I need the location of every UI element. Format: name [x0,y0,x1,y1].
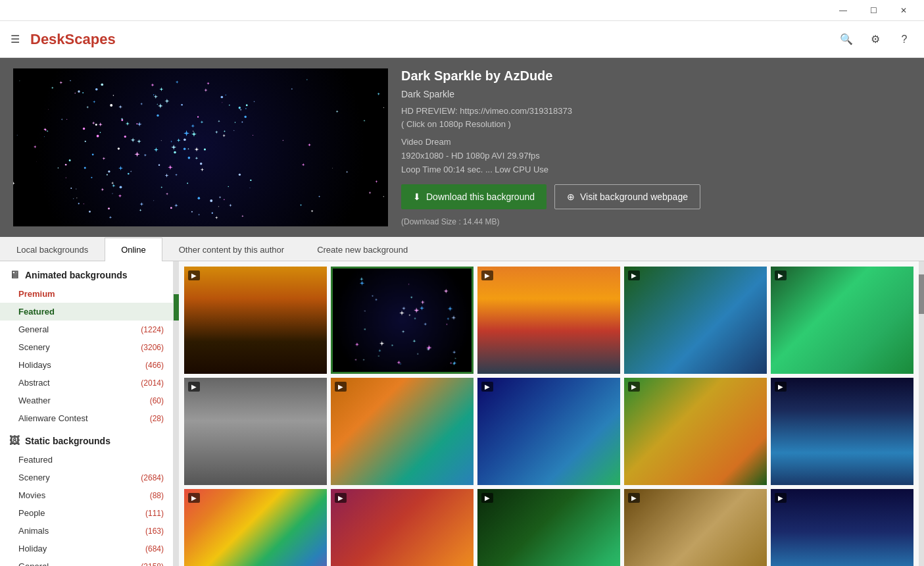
sidebar-count-scenery-static: (2684) [141,473,164,482]
tab-create[interactable]: Create new background [301,238,424,261]
sidebar-item-featured-anim[interactable]: Featured [0,303,173,321]
sidebar-item-holiday[interactable]: Holiday (684) [0,540,173,557]
preview-buttons: ⬇ Download this background ⊕ Visit backg… [401,184,700,209]
sidebar-scrollbar-thumb [174,294,179,321]
sidebar-count-people: (111) [145,509,164,518]
sidebar-item-scenery-anim[interactable]: Scenery (3206) [0,338,173,356]
gallery-item[interactable]: ▶ [771,489,913,566]
sidebar-count-animals: (163) [145,527,164,536]
sidebar-item-people[interactable]: People (111) [0,504,173,522]
gallery-scrollbar[interactable] [919,261,924,566]
download-icon: ⬇ [413,192,421,202]
gallery-item[interactable]: ▶ [477,267,620,374]
header-icons: 🔍 ⚙ ? [835,28,916,51]
visit-icon: ⊕ [567,192,575,202]
gallery-item[interactable]: ▶ [184,378,327,485]
titlebar: — ☐ ✕ [0,0,924,21]
sidebar-count-holiday: (684) [145,544,164,553]
download-size: (Download Size : 14.44 MB) [401,217,499,226]
sidebar-count-general-static: (3158) [141,562,164,566]
sidebar-item-holidays[interactable]: Holidays (466) [0,356,173,374]
help-button[interactable]: ? [892,28,916,51]
static-icon: 🖼 [9,435,20,447]
settings-button[interactable]: ⚙ [863,28,887,51]
sidebar-count-scenery-anim: (3206) [141,343,164,352]
content-area: 🖥 Animated backgrounds Premium Featured … [0,261,924,566]
app-title: DeskScapes [30,31,835,48]
gallery-item[interactable]: ▶ [771,378,913,485]
app-header: ☰ DeskScapes 🔍 ⚙ ? [0,21,924,58]
video-badge: ▶ [481,382,493,392]
video-badge: ▶ [188,493,200,503]
tab-author[interactable]: Other content by this author [162,238,301,261]
gallery-item[interactable]: ▶ [771,267,913,374]
video-badge: ▶ [481,270,493,280]
sidebar: 🖥 Animated backgrounds Premium Featured … [0,261,174,566]
gallery-item[interactable]: ▶ [477,489,620,566]
gallery-item[interactable]: ▶ [624,378,767,485]
gallery-item[interactable]: ▶ [184,489,327,566]
sidebar-item-movies[interactable]: Movies (88) [0,486,173,504]
video-badge: ▶ [188,270,200,280]
preview-image [13,68,388,226]
video-badge: ▶ [775,493,787,503]
sidebar-item-alienware[interactable]: Alienware Contest (28) [0,409,173,427]
tab-local[interactable]: Local backgrounds [0,238,105,261]
search-button[interactable]: 🔍 [835,28,858,51]
sidebar-static-header: 🖼 Static backgrounds [0,427,173,451]
sidebar-item-general[interactable]: General (1224) [0,321,173,338]
visit-button[interactable]: ⊕ Visit background webpage [554,184,700,209]
sidebar-item-animals[interactable]: Animals (163) [0,522,173,540]
gallery-item[interactable]: ▶ [624,489,767,566]
download-button[interactable]: ⬇ Download this background [401,184,547,209]
preview-description: HD PREVIEW: https://vimeo.com/319318373 … [401,105,911,130]
sidebar-count-abstract: (2014) [141,378,164,388]
animated-icon: 🖥 [9,269,20,281]
sidebar-item-featured-static[interactable]: Featured [0,451,173,469]
tabs-bar: Local backgrounds Online Other content b… [0,237,924,261]
gallery-item[interactable]: ▶ [477,378,620,485]
sidebar-animated-header: 🖥 Animated backgrounds [0,261,173,285]
gallery-item[interactable]: ▶ [331,378,474,485]
video-badge: ▶ [188,382,200,392]
close-button[interactable]: ✕ [888,0,919,21]
preview-title: Dark Sparkle by AzDude [401,68,911,84]
preview-subtitle: Dark Sparkle [401,89,911,99]
preview-info: Dark Sparkle by AzDude Dark Sparkle HD P… [401,68,911,226]
sidebar-item-weather[interactable]: Weather (60) [0,392,173,409]
gallery-item[interactable]: ▶ [331,267,474,374]
gallery-item[interactable]: ▶ [624,267,767,374]
video-badge: ▶ [628,493,640,503]
sidebar-item-abstract[interactable]: Abstract (2014) [0,374,173,392]
video-badge: ▶ [775,382,787,392]
gallery: ▶▶▶▶▶▶▶▶▶▶▶▶▶▶▶ [179,261,919,566]
video-badge: ▶ [628,270,640,280]
video-badge: ▶ [775,270,787,280]
main-content: Dark Sparkle by AzDude Dark Sparkle HD P… [0,58,924,566]
sidebar-item-premium[interactable]: Premium [0,285,173,303]
minimize-button[interactable]: — [828,0,858,21]
gallery-scrollbar-thumb [919,274,924,314]
sidebar-count-holidays: (466) [145,361,164,370]
menu-button[interactable]: ☰ [8,30,22,48]
video-badge: ▶ [335,493,347,503]
video-badge: ▶ [628,382,640,392]
preview-section: Dark Sparkle by AzDude Dark Sparkle HD P… [0,58,924,237]
gallery-grid: ▶▶▶▶▶▶▶▶▶▶▶▶▶▶▶ [184,267,913,566]
sidebar-count-movies: (88) [150,491,164,500]
sidebar-count-weather: (60) [150,396,164,405]
preview-actions: ⬇ Download this background ⊕ Visit backg… [401,184,911,226]
gallery-item[interactable]: ▶ [184,267,327,374]
tab-online[interactable]: Online [105,238,162,261]
sidebar-item-general-static[interactable]: General (3158) [0,557,173,566]
gallery-item[interactable]: ▶ [331,489,474,566]
video-badge: ▶ [481,493,493,503]
sidebar-count-alienware: (28) [150,414,164,423]
sidebar-scrollbar[interactable] [174,261,179,566]
preview-meta: Video Dream 1920x1080 - HD 1080p AVI 29.… [401,136,911,176]
video-badge: ▶ [335,382,347,392]
sidebar-item-scenery-static[interactable]: Scenery (2684) [0,469,173,486]
maximize-button[interactable]: ☐ [858,0,888,21]
